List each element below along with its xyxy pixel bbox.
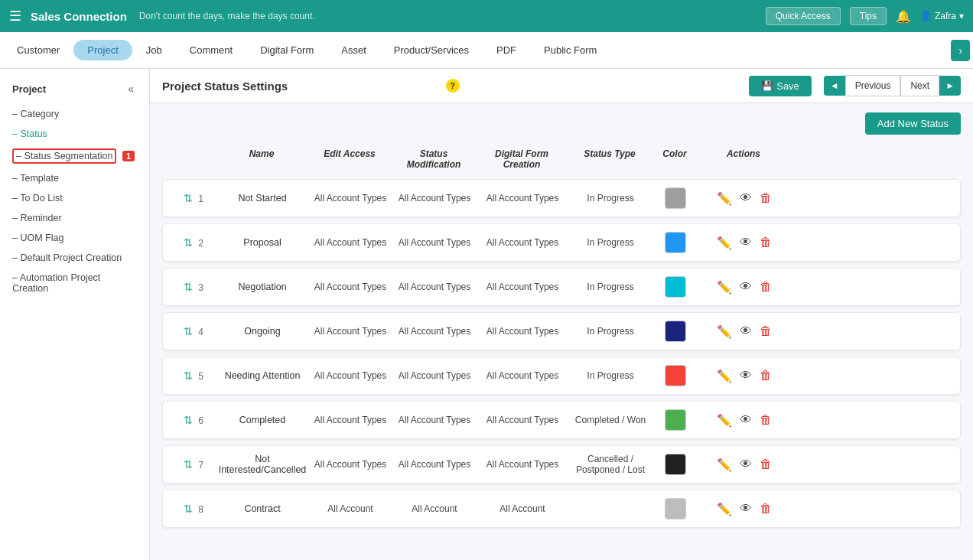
sort-arrows-icon[interactable]: ⇅	[184, 325, 193, 337]
save-button[interactable]: 💾 Save	[749, 76, 812, 96]
row-name: Ongoing	[216, 326, 308, 337]
next-arrow-icon[interactable]: ►	[939, 76, 961, 96]
color-swatch[interactable]	[665, 187, 686, 209]
edit-icon[interactable]: ✏️	[715, 412, 734, 429]
delete-icon[interactable]: 🗑	[758, 278, 773, 295]
sidebar-item-default-project[interactable]: – Default Project Creation	[0, 248, 149, 268]
delete-icon[interactable]: 🗑	[758, 456, 773, 473]
sort-arrows-icon[interactable]: ⇅	[184, 192, 193, 204]
row-status-type: In Progress	[568, 282, 652, 292]
sort-arrows-icon[interactable]: ⇅	[184, 503, 193, 515]
edit-icon[interactable]: ✏️	[715, 367, 734, 385]
row-actions: ✏️ 👁 🗑	[698, 456, 790, 474]
quick-access-button[interactable]: Quick Access	[766, 7, 841, 25]
row-color	[652, 276, 698, 298]
tab-digital-form[interactable]: Digital Form	[246, 40, 327, 60]
tab-project[interactable]: Project	[73, 40, 132, 60]
edit-icon[interactable]: ✏️	[715, 190, 734, 207]
sidebar-item-status-segmentation[interactable]: – Status Segmentation 1	[0, 144, 149, 168]
color-swatch[interactable]	[665, 232, 686, 253]
tab-comment[interactable]: Comment	[176, 40, 246, 60]
content-header: Project Status Settings ? 💾 Save ◄ Previ…	[150, 69, 973, 103]
tab-product-services[interactable]: Product/Services	[380, 40, 483, 60]
hamburger-icon[interactable]: ☰	[9, 8, 21, 24]
row-name: Not Interested/Cancelled	[216, 454, 308, 475]
delete-icon[interactable]: 🗑	[758, 190, 773, 207]
color-swatch[interactable]	[665, 276, 686, 298]
row-status-type: Completed / Won	[568, 415, 652, 425]
hint-icon[interactable]: ?	[446, 79, 460, 93]
sidebar-item-template[interactable]: – Template	[0, 168, 149, 188]
add-new-status-button[interactable]: Add New Status	[865, 112, 961, 135]
save-disk-icon: 💾	[761, 80, 773, 92]
view-icon[interactable]: 👁	[738, 367, 753, 384]
tab-pdf[interactable]: PDF	[483, 40, 530, 60]
add-btn-container: Add New Status	[162, 112, 961, 142]
sort-arrows-icon[interactable]: ⇅	[184, 414, 193, 426]
view-icon[interactable]: 👁	[738, 323, 753, 340]
edit-icon[interactable]: ✏️	[715, 500, 734, 518]
delete-icon[interactable]: 🗑	[758, 367, 773, 384]
bell-icon[interactable]: 🔔	[896, 9, 911, 24]
sort-arrows-icon[interactable]: ⇅	[184, 370, 193, 382]
previous-button[interactable]: Previous	[845, 75, 901, 96]
header-col-color: Color	[652, 148, 698, 170]
tab-job[interactable]: Job	[132, 40, 176, 60]
user-menu[interactable]: 👤 Zafra ▾	[920, 11, 964, 21]
row-number: 2	[198, 238, 203, 249]
sidebar-item-automation-project[interactable]: – Automation Project Creation	[0, 268, 149, 298]
row-sort-num: ⇅ 5	[171, 370, 216, 382]
delete-icon[interactable]: 🗑	[758, 500, 773, 517]
sidebar-item-category[interactable]: – Category	[0, 104, 149, 124]
next-button[interactable]: Next	[900, 75, 939, 96]
row-edit-access: All Account Types	[308, 193, 392, 203]
delete-icon[interactable]: 🗑	[758, 234, 773, 251]
view-icon[interactable]: 👁	[738, 500, 753, 517]
color-swatch[interactable]	[665, 365, 686, 386]
edit-icon[interactable]: ✏️	[715, 323, 734, 340]
tab-asset[interactable]: Asset	[327, 40, 380, 60]
sort-arrows-icon[interactable]: ⇅	[184, 458, 193, 470]
view-icon[interactable]: 👁	[738, 190, 753, 207]
navbar-tagline: Don't count the days, make the days coun…	[139, 11, 315, 21]
row-status-mod: All Account	[392, 503, 477, 514]
sidebar-item-uom-flag[interactable]: – UOM Flag	[0, 228, 149, 248]
save-label: Save	[776, 80, 799, 92]
sidebar-collapse-button[interactable]: «	[125, 81, 137, 96]
edit-icon[interactable]: ✏️	[715, 278, 734, 296]
tab-customer[interactable]: Customer	[3, 40, 73, 60]
view-icon[interactable]: 👁	[738, 456, 753, 473]
tips-button[interactable]: Tips	[850, 7, 887, 25]
edit-icon[interactable]: ✏️	[715, 456, 734, 474]
view-icon[interactable]: 👁	[738, 234, 753, 251]
app-logo: Sales Connection	[31, 10, 127, 23]
sidebar-item-todo[interactable]: – To Do List	[0, 188, 149, 208]
color-swatch[interactable]	[665, 454, 686, 475]
view-icon[interactable]: 👁	[738, 412, 753, 428]
view-icon[interactable]: 👁	[738, 278, 753, 295]
page-title: Project Status Settings	[162, 80, 440, 93]
sort-arrows-icon[interactable]: ⇅	[184, 281, 193, 293]
delete-icon[interactable]: 🗑	[758, 323, 773, 340]
row-number: 8	[198, 504, 203, 515]
color-swatch[interactable]	[665, 321, 686, 342]
color-swatch[interactable]	[665, 409, 686, 431]
edit-icon[interactable]: ✏️	[715, 234, 734, 252]
tabs-bar: Customer Project Job Comment Digital For…	[0, 32, 973, 69]
row-status-type: In Progress	[568, 193, 652, 203]
row-status-mod: All Account Types	[392, 282, 477, 292]
row-sort-num: ⇅ 4	[171, 325, 216, 337]
main-layout: Project « – Category – Status – Status S…	[0, 69, 973, 560]
color-swatch[interactable]	[665, 498, 686, 519]
table-row: ⇅ 7 Not Interested/Cancelled All Account…	[162, 445, 961, 483]
sidebar-title-text: Project	[12, 83, 46, 95]
tab-public-form[interactable]: Public Form	[530, 40, 610, 60]
row-status-mod: All Account Types	[392, 459, 477, 470]
row-status-type: Cancelled / Postponed / Lost	[568, 454, 652, 475]
sidebar-item-status[interactable]: – Status	[0, 124, 149, 144]
sort-arrows-icon[interactable]: ⇅	[184, 236, 193, 249]
delete-icon[interactable]: 🗑	[758, 412, 773, 428]
sidebar-item-reminder[interactable]: – Reminder	[0, 208, 149, 228]
tabs-next-arrow[interactable]: ›	[951, 40, 970, 61]
prev-arrow-icon[interactable]: ◄	[824, 76, 845, 96]
